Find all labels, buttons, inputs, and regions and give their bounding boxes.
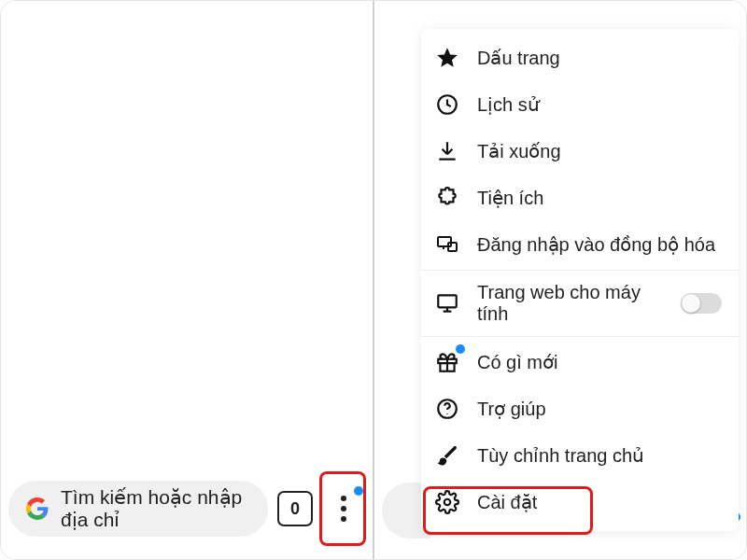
help-icon [434, 396, 460, 422]
screenshot-right-panel: Dấu trang Lịch sử Tải xuống Tiện ích Đăn [374, 1, 746, 559]
menu-item-label: Đăng nhập vào đồng bộ hóa [477, 233, 722, 256]
menu-item-sync-login[interactable]: Đăng nhập vào đồng bộ hóa [421, 221, 739, 268]
sync-devices-icon [434, 231, 460, 258]
omnibox-placeholder: Tìm kiếm hoặc nhập địa chỉ [61, 486, 251, 531]
menu-item-label: Tùy chỉnh trang chủ [477, 444, 722, 467]
brush-icon [434, 442, 460, 469]
download-icon [434, 138, 460, 164]
google-logo-icon [25, 497, 49, 521]
svg-point-7 [446, 413, 447, 414]
menu-item-desktop-site[interactable]: Trang web cho máy tính [421, 273, 739, 334]
menu-item-label: Tải xuống [477, 140, 722, 162]
tab-count: 0 [290, 499, 300, 519]
tab-switcher-button[interactable]: 0 [277, 491, 313, 526]
menu-item-help[interactable]: Trợ giúp [421, 385, 739, 432]
monitor-icon [434, 290, 460, 316]
menu-separator [421, 336, 739, 337]
menu-item-downloads[interactable]: Tải xuống [421, 128, 739, 175]
menu-item-label: Trợ giúp [477, 398, 722, 420]
clock-icon [434, 91, 460, 118]
menu-item-whats-new[interactable]: Có gì mới [421, 339, 739, 385]
screenshot-left-panel: Tìm kiếm hoặc nhập địa chỉ 0 [1, 1, 373, 559]
notification-dot-icon [456, 344, 465, 354]
menu-item-label: Lịch sử [477, 93, 722, 116]
svg-rect-3 [438, 295, 457, 307]
desktop-site-toggle[interactable] [681, 293, 722, 314]
gift-icon [434, 349, 460, 375]
menu-item-label: Có gì mới [477, 351, 722, 373]
menu-item-label: Trang web cho máy tính [477, 282, 664, 325]
highlight-settings-item [423, 486, 593, 535]
menu-item-bookmarks[interactable]: Dấu trang [421, 35, 739, 81]
menu-item-extensions[interactable]: Tiện ích [421, 175, 739, 221]
overflow-menu: Dấu trang Lịch sử Tải xuống Tiện ích Đăn [421, 29, 739, 531]
bottom-toolbar: Tìm kiếm hoặc nhập địa chỉ 0 [8, 479, 365, 539]
puzzle-icon [434, 185, 460, 211]
menu-item-label: Tiện ích [477, 187, 722, 209]
omnibox[interactable]: Tìm kiếm hoặc nhập địa chỉ [8, 481, 268, 537]
highlight-more-button [319, 471, 366, 546]
menu-item-customize-home[interactable]: Tùy chỉnh trang chủ [421, 432, 739, 479]
menu-item-history[interactable]: Lịch sử [421, 81, 739, 128]
menu-separator [421, 270, 739, 271]
star-icon [434, 45, 460, 71]
menu-item-label: Dấu trang [477, 47, 722, 69]
